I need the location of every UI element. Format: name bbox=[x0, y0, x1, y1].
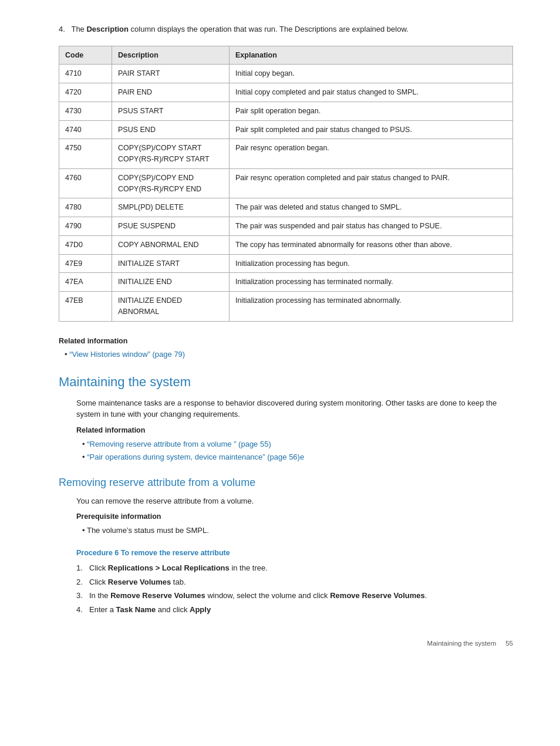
table-row: 4750COPY(SP)/COPY STARTCOPY(RS-R)/RCPY S… bbox=[59, 139, 513, 169]
maintaining-title: Maintaining the system bbox=[59, 372, 513, 391]
table-cell-7-1: PSUE SUSPEND bbox=[112, 217, 230, 236]
removing-body: You can remove the reserve attribute fro… bbox=[76, 495, 513, 507]
table-cell-9-1: INITIALIZE START bbox=[112, 254, 230, 273]
table-cell-1-0: 4720 bbox=[59, 83, 112, 102]
table-cell-3-0: 4740 bbox=[59, 120, 112, 139]
maintaining-section: Some maintenance tasks are a response to… bbox=[76, 397, 513, 463]
step4-text: 4. The Description column displays the o… bbox=[59, 25, 409, 33]
procedure-step-3: 3. In the Remove Reserve Volumes window,… bbox=[76, 590, 513, 602]
maintaining-related-list: “Removing reserve attribute from a volum… bbox=[76, 438, 513, 463]
table-cell-1-1: PAIR END bbox=[112, 83, 230, 102]
table-row: 47E9INITIALIZE STARTInitialization proce… bbox=[59, 254, 513, 273]
table-cell-1-2: Initial copy completed and pair status c… bbox=[230, 83, 513, 102]
table-cell-4-2: Pair resync operation began. bbox=[230, 139, 513, 169]
table-cell-10-0: 47EA bbox=[59, 273, 112, 292]
table-cell-6-2: The pair was deleted and status changed … bbox=[230, 198, 513, 217]
table-cell-5-2: Pair resync operation completed and pair… bbox=[230, 168, 513, 198]
table-row: 47D0COPY ABNORMAL ENDThe copy has termin… bbox=[59, 235, 513, 254]
table-cell-3-1: PSUS END bbox=[112, 120, 230, 139]
table-cell-7-2: The pair was suspended and pair status h… bbox=[230, 217, 513, 236]
table-cell-0-0: 4710 bbox=[59, 65, 112, 83]
related-info-1-list: “View Histories window” (page 79) bbox=[59, 349, 513, 360]
table-cell-5-1: COPY(SP)/COPY ENDCOPY(RS-R)/RCPY END bbox=[112, 168, 230, 198]
table-cell-2-1: PSUS START bbox=[112, 102, 230, 120]
maintaining-link-item-0: “Removing reserve attribute from a volum… bbox=[82, 438, 513, 450]
table-cell-11-0: 47EB bbox=[59, 292, 112, 322]
maintaining-link-item-1: “Pair operations during system, device m… bbox=[82, 451, 513, 463]
table-row: 4730PSUS STARTPair split operation began… bbox=[59, 102, 513, 120]
table-cell-9-0: 47E9 bbox=[59, 254, 112, 273]
table-cell-2-2: Pair split operation began. bbox=[230, 102, 513, 120]
table-cell-8-1: COPY ABNORMAL END bbox=[112, 235, 230, 254]
table-cell-8-2: The copy has terminated abnormally for r… bbox=[230, 235, 513, 254]
table-cell-7-0: 4790 bbox=[59, 217, 112, 236]
table-row: 4760COPY(SP)/COPY ENDCOPY(RS-R)/RCPY END… bbox=[59, 168, 513, 198]
col-header-desc: Description bbox=[112, 46, 230, 65]
code-table: Code Description Explanation 4710PAIR ST… bbox=[59, 46, 513, 322]
maintaining-link-0[interactable]: “Removing reserve attribute from a volum… bbox=[87, 440, 271, 448]
table-cell-10-2: Initialization processing has terminated… bbox=[230, 273, 513, 292]
maintaining-link-1[interactable]: “Pair operations during system, device m… bbox=[87, 453, 304, 461]
procedure-step-1: 1. Click Replications > Local Replicatio… bbox=[76, 562, 513, 574]
table-row: 47EAINITIALIZE ENDInitialization process… bbox=[59, 273, 513, 292]
table-cell-3-2: Pair split completed and pair status cha… bbox=[230, 120, 513, 139]
related-info-1-link-0[interactable]: “View Histories window” (page 79) bbox=[69, 350, 185, 359]
table-cell-6-1: SMPL(PD) DELETE bbox=[112, 198, 230, 217]
table-cell-6-0: 4780 bbox=[59, 198, 112, 217]
col-header-code: Code bbox=[59, 46, 112, 65]
table-cell-4-0: 4750 bbox=[59, 139, 112, 169]
removing-title: Removing reserve attribute from a volume bbox=[59, 475, 513, 491]
related-info-1-item-0: “View Histories window” (page 79) bbox=[65, 349, 513, 360]
footer-text: Maintaining the system 55 bbox=[427, 640, 513, 647]
footer: Maintaining the system 55 bbox=[59, 639, 513, 649]
removing-section: You can remove the reserve attribute fro… bbox=[76, 495, 513, 616]
procedure-step-4: 4. Enter a Task Name and click Apply bbox=[76, 604, 513, 616]
prereq-list: The volume’s status must be SMPL. bbox=[76, 525, 513, 536]
table-cell-0-1: PAIR START bbox=[112, 65, 230, 83]
table-row: 4740PSUS ENDPair split completed and pai… bbox=[59, 120, 513, 139]
procedure-step-2: 2. Click Reserve Volumes tab. bbox=[76, 576, 513, 588]
table-row: 47EBINITIALIZE ENDED ABNORMALInitializat… bbox=[59, 292, 513, 322]
table-row: 4780SMPL(PD) DELETEThe pair was deleted … bbox=[59, 198, 513, 217]
table-row: 4790PSUE SUSPENDThe pair was suspended a… bbox=[59, 217, 513, 236]
table-cell-8-0: 47D0 bbox=[59, 235, 112, 254]
related-info-1-label: Related information bbox=[59, 336, 513, 347]
procedure-steps: 1. Click Replications > Local Replicatio… bbox=[76, 562, 513, 615]
prereq-item-0: The volume’s status must be SMPL. bbox=[82, 525, 513, 536]
maintaining-body: Some maintenance tasks are a response to… bbox=[76, 397, 513, 420]
table-cell-10-1: INITIALIZE END bbox=[112, 273, 230, 292]
table-cell-5-0: 4760 bbox=[59, 168, 112, 198]
table-cell-11-2: Initialization processing has terminated… bbox=[230, 292, 513, 322]
table-row: 4720PAIR ENDInitial copy completed and p… bbox=[59, 83, 513, 102]
prereq-label: Prerequisite information bbox=[76, 511, 513, 522]
col-header-expl: Explanation bbox=[230, 46, 513, 65]
table-cell-4-1: COPY(SP)/COPY STARTCOPY(RS-R)/RCPY START bbox=[112, 139, 230, 169]
procedure-label: Procedure 6 To remove the reserve attrib… bbox=[76, 548, 513, 559]
table-cell-11-1: INITIALIZE ENDED ABNORMAL bbox=[112, 292, 230, 322]
table-cell-0-2: Initial copy began. bbox=[230, 65, 513, 83]
table-row: 4710PAIR STARTInitial copy began. bbox=[59, 65, 513, 83]
related-info-1: Related information “View Histories wind… bbox=[59, 336, 513, 360]
table-cell-2-0: 4730 bbox=[59, 102, 112, 120]
maintaining-related-label: Related information bbox=[76, 425, 513, 436]
table-cell-9-2: Initialization processing has begun. bbox=[230, 254, 513, 273]
intro-step4: 4. The Description column displays the o… bbox=[59, 23, 513, 35]
